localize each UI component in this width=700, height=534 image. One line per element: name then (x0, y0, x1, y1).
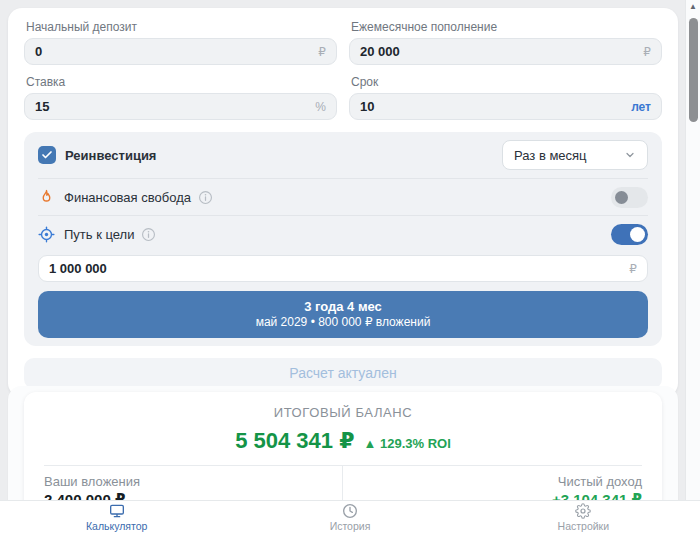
term-field[interactable]: 10 лет (349, 93, 662, 120)
clock-icon (342, 503, 358, 519)
monitor-icon (109, 503, 125, 519)
rate-field[interactable]: 15 % (24, 93, 337, 120)
chevron-down-icon (624, 149, 636, 161)
tab-settings-label: Настройки (558, 520, 610, 533)
ruble-suffix: ₽ (629, 262, 637, 276)
info-icon[interactable] (198, 190, 213, 205)
goal-amount-field[interactable]: 1 000 000 ₽ (38, 255, 648, 282)
scrollbar-thumb[interactable] (689, 18, 698, 122)
flame-icon (38, 189, 55, 206)
rate-value[interactable]: 15 (35, 99, 49, 114)
profit-label: Чистый доход (343, 474, 642, 490)
tab-calculator-label: Калькулятор (86, 520, 147, 533)
scrollbar-track[interactable]: ▲ (685, 0, 700, 534)
initial-deposit-field[interactable]: 0 ₽ (24, 38, 337, 65)
freedom-label: Финансовая свобода (64, 190, 191, 205)
scroll-up-icon[interactable]: ▲ (686, 0, 700, 14)
gear-icon (575, 503, 591, 519)
frequency-select[interactable]: Раз в месяц (502, 140, 648, 170)
goal-duration: 3 года 4 мес (42, 298, 644, 315)
initial-deposit-value[interactable]: 0 (35, 44, 42, 59)
target-icon (38, 226, 55, 243)
ruble-suffix: ₽ (643, 45, 651, 59)
tab-history-label: История (330, 520, 371, 533)
invested-label: Ваши вложения (44, 474, 342, 490)
check-icon (41, 149, 53, 161)
reinvest-label: Реинвестиция (65, 148, 156, 163)
calculator-card: Начальный депозит 0 ₽ Ежемесячное пополн… (8, 8, 678, 397)
frequency-value: Раз в месяц (514, 148, 587, 163)
options-card: Реинвестиция Раз в месяц Финансовая своб… (24, 132, 662, 346)
ruble-suffix: ₽ (318, 45, 326, 59)
monthly-topup-field[interactable]: 20 000 ₽ (349, 38, 662, 65)
tab-calculator[interactable]: Калькулятор (0, 501, 233, 534)
term-label: Срок (351, 75, 662, 89)
total-balance-value: 5 504 341 ₽ (235, 428, 354, 454)
term-value[interactable]: 10 (360, 99, 374, 114)
reinvest-checkbox[interactable] (38, 146, 56, 164)
goal-toggle[interactable] (611, 224, 648, 245)
freedom-toggle[interactable] (611, 187, 648, 208)
monthly-topup-value[interactable]: 20 000 (360, 44, 400, 59)
calc-status-button[interactable]: Расчет актуален (24, 358, 662, 389)
goal-result-banner[interactable]: 3 года 4 мес май 2029 • 800 000 ₽ вложен… (38, 291, 648, 338)
bottom-nav: Калькулятор История Настройки (0, 500, 700, 534)
monthly-topup-label: Ежемесячное пополнение (351, 20, 662, 34)
percent-suffix: % (315, 100, 326, 114)
info-icon[interactable] (141, 227, 156, 242)
goal-details: май 2029 • 800 000 ₽ вложений (42, 315, 644, 330)
tab-settings[interactable]: Настройки (467, 501, 700, 534)
goal-label: Путь к цели (64, 227, 134, 242)
goal-amount-value[interactable]: 1 000 000 (49, 261, 107, 276)
result-title: ИТОГОВЫЙ БАЛАНС (44, 405, 642, 420)
roi-badge: ▲ 129.3% ROI (364, 436, 451, 451)
rate-label: Ставка (26, 75, 337, 89)
tab-history[interactable]: История (233, 501, 466, 534)
initial-deposit-label: Начальный депозит (26, 20, 337, 34)
term-unit-toggle[interactable]: лет (631, 100, 651, 114)
